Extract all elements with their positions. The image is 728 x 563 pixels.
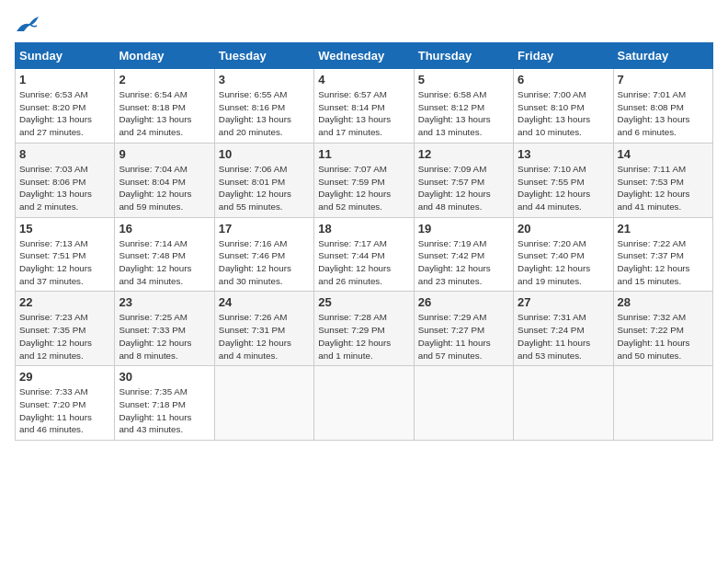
day-info: Sunrise: 7:13 AMSunset: 7:51 PMDaylight:… xyxy=(19,237,110,288)
day-number: 4 xyxy=(318,73,409,86)
calendar-cell: 8Sunrise: 7:03 AMSunset: 8:06 PMDaylight… xyxy=(16,143,115,217)
calendar-cell: 16Sunrise: 7:14 AMSunset: 7:48 PMDayligh… xyxy=(115,217,214,292)
calendar-cell: 1Sunrise: 6:53 AMSunset: 8:20 PMDaylight… xyxy=(16,69,115,144)
calendar-cell: 19Sunrise: 7:19 AMSunset: 7:42 PMDayligh… xyxy=(414,217,513,292)
day-number: 19 xyxy=(418,222,509,236)
day-info: Sunrise: 7:31 AMSunset: 7:24 PMDaylight:… xyxy=(518,311,609,362)
calendar-cell: 14Sunrise: 7:11 AMSunset: 7:53 PMDayligh… xyxy=(613,143,712,217)
calendar-cell: 7Sunrise: 7:01 AMSunset: 8:08 PMDaylight… xyxy=(613,69,712,144)
page-header xyxy=(15,15,713,35)
calendar-cell: 2Sunrise: 6:54 AMSunset: 8:18 PMDaylight… xyxy=(115,69,214,144)
day-number: 20 xyxy=(518,222,609,236)
calendar-cell: 3Sunrise: 6:55 AMSunset: 8:16 PMDaylight… xyxy=(214,69,313,144)
day-info: Sunrise: 7:23 AMSunset: 7:35 PMDaylight:… xyxy=(19,311,110,362)
day-number: 27 xyxy=(518,295,609,309)
calendar-cell: 9Sunrise: 7:04 AMSunset: 8:04 PMDaylight… xyxy=(115,143,214,217)
calendar-cell: 21Sunrise: 7:22 AMSunset: 7:37 PMDayligh… xyxy=(613,217,712,292)
day-info: Sunrise: 7:11 AMSunset: 7:53 PMDaylight:… xyxy=(618,163,709,213)
day-info: Sunrise: 7:09 AMSunset: 7:57 PMDaylight:… xyxy=(418,163,509,213)
day-number: 25 xyxy=(318,295,409,309)
week-row-3: 15Sunrise: 7:13 AMSunset: 7:51 PMDayligh… xyxy=(16,217,713,292)
day-number: 16 xyxy=(119,222,210,236)
calendar-cell: 28Sunrise: 7:32 AMSunset: 7:22 PMDayligh… xyxy=(613,292,712,366)
week-row-5: 29Sunrise: 7:33 AMSunset: 7:20 PMDayligh… xyxy=(16,366,713,441)
day-info: Sunrise: 7:01 AMSunset: 8:08 PMDaylight:… xyxy=(618,88,709,139)
week-row-4: 22Sunrise: 7:23 AMSunset: 7:35 PMDayligh… xyxy=(16,292,713,366)
day-number: 6 xyxy=(518,73,609,86)
calendar-cell: 24Sunrise: 7:26 AMSunset: 7:31 PMDayligh… xyxy=(214,292,313,366)
day-header-wednesday: Wednesday xyxy=(314,43,414,69)
day-info: Sunrise: 7:20 AMSunset: 7:40 PMDaylight:… xyxy=(518,237,609,288)
calendar-cell: 13Sunrise: 7:10 AMSunset: 7:55 PMDayligh… xyxy=(514,143,613,217)
week-row-1: 1Sunrise: 6:53 AMSunset: 8:20 PMDaylight… xyxy=(16,69,713,144)
day-number: 28 xyxy=(618,295,709,309)
day-number: 3 xyxy=(219,73,310,86)
calendar-cell xyxy=(414,366,513,441)
calendar-cell xyxy=(514,366,613,441)
day-number: 7 xyxy=(618,73,709,86)
day-number: 11 xyxy=(318,147,409,161)
day-info: Sunrise: 6:54 AMSunset: 8:18 PMDaylight:… xyxy=(119,88,210,139)
calendar-table: SundayMondayTuesdayWednesdayThursdayFrid… xyxy=(15,42,713,441)
day-info: Sunrise: 7:10 AMSunset: 7:55 PMDaylight:… xyxy=(518,163,609,213)
calendar-cell: 6Sunrise: 7:00 AMSunset: 8:10 PMDaylight… xyxy=(514,69,613,144)
calendar-cell: 26Sunrise: 7:29 AMSunset: 7:27 PMDayligh… xyxy=(414,292,513,366)
day-number: 26 xyxy=(418,295,509,309)
logo-icon xyxy=(15,15,40,35)
day-info: Sunrise: 7:04 AMSunset: 8:04 PMDaylight:… xyxy=(119,163,210,213)
day-info: Sunrise: 7:28 AMSunset: 7:29 PMDaylight:… xyxy=(318,311,409,362)
days-header-row: SundayMondayTuesdayWednesdayThursdayFrid… xyxy=(16,43,713,69)
day-number: 21 xyxy=(618,222,709,236)
day-info: Sunrise: 7:07 AMSunset: 7:59 PMDaylight:… xyxy=(318,163,409,213)
day-info: Sunrise: 7:33 AMSunset: 7:20 PMDaylight:… xyxy=(19,385,110,436)
day-info: Sunrise: 7:17 AMSunset: 7:44 PMDaylight:… xyxy=(318,237,409,288)
day-info: Sunrise: 7:35 AMSunset: 7:18 PMDaylight:… xyxy=(119,385,210,436)
day-header-friday: Friday xyxy=(514,43,613,69)
calendar-cell: 18Sunrise: 7:17 AMSunset: 7:44 PMDayligh… xyxy=(314,217,414,292)
day-number: 10 xyxy=(219,147,310,161)
day-info: Sunrise: 7:22 AMSunset: 7:37 PMDaylight:… xyxy=(618,237,709,288)
day-info: Sunrise: 7:14 AMSunset: 7:48 PMDaylight:… xyxy=(119,237,210,288)
day-number: 29 xyxy=(19,370,110,384)
logo xyxy=(15,15,44,35)
calendar-cell: 25Sunrise: 7:28 AMSunset: 7:29 PMDayligh… xyxy=(314,292,414,366)
calendar-cell: 29Sunrise: 7:33 AMSunset: 7:20 PMDayligh… xyxy=(16,366,115,441)
day-number: 12 xyxy=(418,147,509,161)
day-info: Sunrise: 7:00 AMSunset: 8:10 PMDaylight:… xyxy=(518,88,609,139)
day-info: Sunrise: 7:32 AMSunset: 7:22 PMDaylight:… xyxy=(618,311,709,362)
day-header-monday: Monday xyxy=(115,43,214,69)
day-info: Sunrise: 7:26 AMSunset: 7:31 PMDaylight:… xyxy=(219,311,310,362)
calendar-cell: 4Sunrise: 6:57 AMSunset: 8:14 PMDaylight… xyxy=(314,69,414,144)
day-number: 18 xyxy=(318,222,409,236)
day-number: 13 xyxy=(518,147,609,161)
calendar-cell: 15Sunrise: 7:13 AMSunset: 7:51 PMDayligh… xyxy=(16,217,115,292)
day-number: 1 xyxy=(19,73,110,86)
day-header-saturday: Saturday xyxy=(613,43,712,69)
calendar-cell xyxy=(314,366,414,441)
day-header-thursday: Thursday xyxy=(414,43,513,69)
calendar-cell: 20Sunrise: 7:20 AMSunset: 7:40 PMDayligh… xyxy=(514,217,613,292)
week-row-2: 8Sunrise: 7:03 AMSunset: 8:06 PMDaylight… xyxy=(16,143,713,217)
day-info: Sunrise: 6:55 AMSunset: 8:16 PMDaylight:… xyxy=(219,88,310,139)
calendar-cell: 17Sunrise: 7:16 AMSunset: 7:46 PMDayligh… xyxy=(214,217,313,292)
calendar-cell: 10Sunrise: 7:06 AMSunset: 8:01 PMDayligh… xyxy=(214,143,313,217)
day-info: Sunrise: 7:29 AMSunset: 7:27 PMDaylight:… xyxy=(418,311,509,362)
day-info: Sunrise: 7:16 AMSunset: 7:46 PMDaylight:… xyxy=(219,237,310,288)
day-number: 14 xyxy=(618,147,709,161)
day-number: 22 xyxy=(19,295,110,309)
day-info: Sunrise: 7:03 AMSunset: 8:06 PMDaylight:… xyxy=(19,163,110,213)
calendar-cell: 12Sunrise: 7:09 AMSunset: 7:57 PMDayligh… xyxy=(414,143,513,217)
day-number: 5 xyxy=(418,73,509,86)
day-number: 8 xyxy=(19,147,110,161)
calendar-cell: 23Sunrise: 7:25 AMSunset: 7:33 PMDayligh… xyxy=(115,292,214,366)
day-number: 24 xyxy=(219,295,310,309)
calendar-cell: 27Sunrise: 7:31 AMSunset: 7:24 PMDayligh… xyxy=(514,292,613,366)
day-number: 2 xyxy=(119,73,210,86)
day-number: 15 xyxy=(19,222,110,236)
day-info: Sunrise: 7:19 AMSunset: 7:42 PMDaylight:… xyxy=(418,237,509,288)
day-header-sunday: Sunday xyxy=(16,43,115,69)
calendar-cell: 30Sunrise: 7:35 AMSunset: 7:18 PMDayligh… xyxy=(115,366,214,441)
calendar-cell: 22Sunrise: 7:23 AMSunset: 7:35 PMDayligh… xyxy=(16,292,115,366)
day-info: Sunrise: 7:06 AMSunset: 8:01 PMDaylight:… xyxy=(219,163,310,213)
day-info: Sunrise: 6:58 AMSunset: 8:12 PMDaylight:… xyxy=(418,88,509,139)
